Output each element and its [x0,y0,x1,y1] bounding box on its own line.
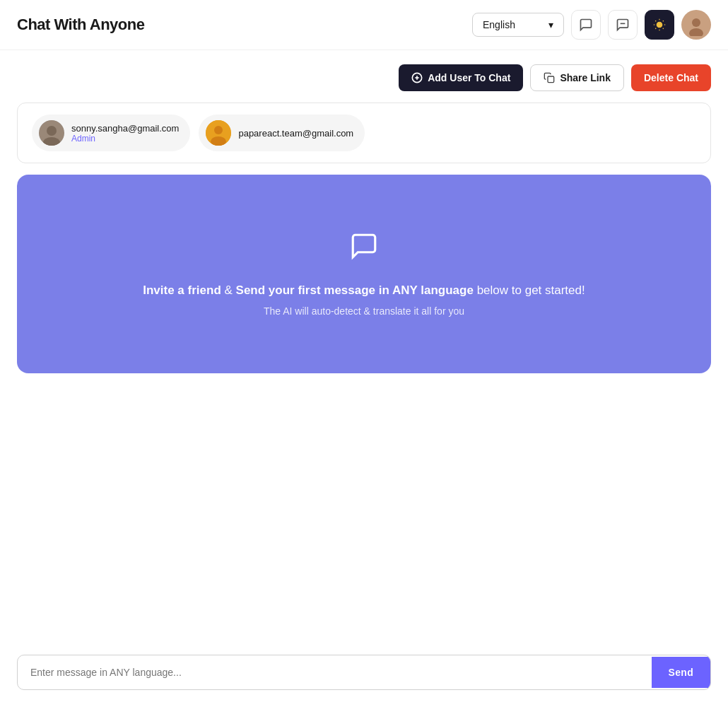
svg-line-4 [655,21,656,21]
welcome-sub-text: The AI will auto-detect & translate it a… [264,305,464,317]
delete-chat-button[interactable]: Delete Chat [631,64,711,91]
user-role-1: Admin [71,134,179,144]
delete-chat-label: Delete Chat [644,72,698,83]
plus-circle-icon [411,72,423,83]
svg-point-23 [206,120,231,146]
language-selector[interactable]: English ▾ [472,13,564,37]
user-avatar-image-2 [206,120,231,146]
user-info-1: sonny.sangha@gmail.com Admin [71,123,179,144]
user-avatar-2 [206,120,231,146]
message-input[interactable] [18,655,652,689]
send-button[interactable]: Send [652,657,710,688]
add-user-button[interactable]: Add User To Chat [399,64,523,91]
chat-bubbles-icon [579,18,593,32]
translate-icon-button[interactable] [608,10,638,40]
send-message-bold: Send your first message in ANY language [236,284,474,297]
svg-line-9 [663,21,664,21]
header-controls: English ▾ [472,10,711,40]
chat-icon-button[interactable] [571,10,601,40]
svg-point-11 [692,18,700,27]
user-avatar-1 [39,120,64,146]
svg-point-1 [657,22,662,28]
copy-icon [544,72,555,83]
language-value: English [483,19,515,30]
svg-line-5 [663,28,664,29]
speech-bubble-icon [349,231,379,261]
welcome-connector: & [221,284,236,297]
app-logo: Chat With Anyone [17,16,144,34]
user-chip-2: papareact.team@gmail.com [199,115,365,151]
user-email-2: papareact.team@gmail.com [238,128,353,139]
welcome-main-text: Invite a friend & Send your first messag… [143,281,585,300]
user-avatar-image-1 [39,120,64,146]
welcome-suffix: below to get started! [474,284,585,297]
message-input-wrapper: Send [17,655,711,690]
profile-icon [685,13,708,36]
action-bar: Add User To Chat Share Link Delete Chat [0,50,728,103]
svg-rect-16 [548,76,554,83]
user-email-1: sonny.sangha@gmail.com [71,123,179,134]
share-link-button[interactable]: Share Link [530,64,624,91]
user-info-2: papareact.team@gmail.com [238,128,353,139]
welcome-area: Invite a friend & Send your first messag… [17,175,711,373]
svg-line-8 [655,28,656,29]
invite-bold: Invite a friend [143,284,221,297]
user-chip-1: sonny.sangha@gmail.com Admin [32,115,190,151]
users-panel: sonny.sangha@gmail.com Admin papareact.t… [17,103,711,163]
message-bar: Send [0,643,728,707]
theme-toggle-button[interactable] [645,10,674,40]
translate-icon [616,18,630,32]
add-user-label: Add User To Chat [428,72,510,83]
chevron-down-icon: ▾ [548,19,553,30]
share-link-label: Share Link [560,72,611,83]
user-avatar[interactable] [681,10,711,40]
header: Chat With Anyone English ▾ [0,0,728,50]
welcome-chat-icon [349,231,379,267]
sun-icon [653,18,666,31]
svg-point-18 [47,126,57,136]
